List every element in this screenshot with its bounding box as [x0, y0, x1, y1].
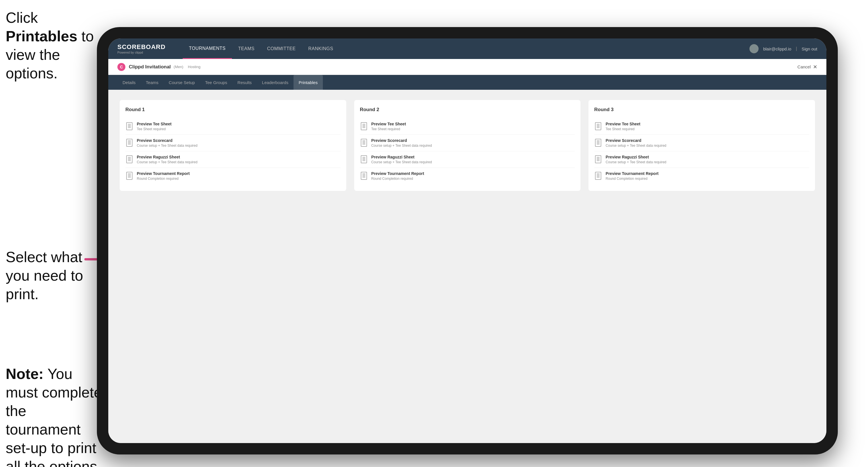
doc-icon	[594, 155, 602, 164]
round-3-raguzzi[interactable]: Preview Raguzzi Sheet Course setup + Tee…	[594, 151, 809, 168]
print-item-text: Preview Tee Sheet Tee Sheet required	[371, 122, 575, 131]
logo-letter: C	[120, 65, 123, 69]
print-item-title: Preview Raguzzi Sheet	[606, 155, 809, 159]
print-item-desc: Course setup + Tee Sheet data required	[371, 160, 575, 164]
doc-icon	[360, 138, 368, 147]
tournament-title: Clippd Invitational	[129, 64, 171, 70]
tab-tee-groups[interactable]: Tee Groups	[200, 75, 232, 90]
annotation-note-bold: Note:	[6, 366, 43, 382]
print-item-title: Preview Scorecard	[137, 138, 341, 143]
print-item-title: Preview Tournament Report	[371, 171, 575, 176]
print-item-desc: Round Completion required	[606, 177, 809, 181]
main-content: Round 1 Preview Tee Sheet Tee Sheet requ…	[108, 90, 827, 443]
tablet-screen: SCOREBOARD Powered by clippd TOURNAMENTS…	[108, 38, 827, 443]
round-3-tee-sheet[interactable]: Preview Tee Sheet Tee Sheet required	[594, 118, 809, 135]
print-item-text: Preview Tournament Report Round Completi…	[606, 171, 809, 181]
cancel-button[interactable]: Cancel	[797, 64, 811, 69]
annotation-bottom: Note: You must complete the tournament s…	[6, 365, 102, 467]
round-2-raguzzi[interactable]: Preview Raguzzi Sheet Course setup + Tee…	[360, 151, 575, 168]
print-item-desc: Course setup + Tee Sheet data required	[137, 160, 341, 164]
print-item-title: Preview Scorecard	[606, 138, 809, 143]
doc-icon	[360, 155, 368, 164]
print-item-text: Preview Tournament Report Round Completi…	[371, 171, 575, 181]
round-1-title: Round 1	[125, 107, 341, 113]
round-2-scorecard[interactable]: Preview Scorecard Course setup + Tee She…	[360, 135, 575, 151]
print-item-title: Preview Tournament Report	[137, 171, 341, 176]
print-item-desc: Course setup + Tee Sheet data required	[137, 144, 341, 148]
round-3-tournament-report[interactable]: Preview Tournament Report Round Completi…	[594, 168, 809, 184]
tab-details[interactable]: Details	[117, 75, 141, 90]
doc-icon	[360, 122, 368, 131]
print-item-desc: Course setup + Tee Sheet data required	[606, 160, 809, 164]
print-item-desc: Round Completion required	[137, 177, 341, 181]
print-item-title: Preview Tee Sheet	[137, 122, 341, 126]
sub-header-right: Cancel ✕	[797, 64, 817, 70]
top-nav-right: blair@clippd.io | Sign out	[749, 44, 817, 53]
round-3-title: Round 3	[594, 107, 809, 113]
round-1-tee-sheet[interactable]: Preview Tee Sheet Tee Sheet required	[125, 118, 341, 135]
round-3-scorecard[interactable]: Preview Scorecard Course setup + Tee She…	[594, 135, 809, 151]
print-item-text: Preview Raguzzi Sheet Course setup + Tee…	[137, 155, 341, 164]
round-2-tournament-report[interactable]: Preview Tournament Report Round Completi…	[360, 168, 575, 184]
print-item-title: Preview Tee Sheet	[606, 122, 809, 126]
print-item-text: Preview Scorecard Course setup + Tee She…	[606, 138, 809, 148]
tab-printables[interactable]: Printables	[293, 75, 323, 90]
print-item-text: Preview Raguzzi Sheet Course setup + Tee…	[606, 155, 809, 164]
nav-rankings[interactable]: RANKINGS	[302, 38, 340, 59]
tab-leaderboards[interactable]: Leaderboards	[257, 75, 293, 90]
user-avatar	[749, 44, 758, 53]
print-item-text: Preview Tournament Report Round Completi…	[137, 171, 341, 181]
annotation-bold: Printables	[6, 28, 77, 44]
print-item-desc: Tee Sheet required	[137, 127, 341, 131]
print-item-title: Preview Tee Sheet	[371, 122, 575, 126]
print-item-desc: Tee Sheet required	[606, 127, 809, 131]
print-item-desc: Course setup + Tee Sheet data required	[371, 144, 575, 148]
print-item-text: Preview Tee Sheet Tee Sheet required	[606, 122, 809, 131]
user-email: blair@clippd.io	[763, 46, 792, 51]
print-item-desc: Tee Sheet required	[371, 127, 575, 131]
rounds-grid: Round 1 Preview Tee Sheet Tee Sheet requ…	[120, 100, 815, 191]
print-item-text: Preview Scorecard Course setup + Tee She…	[137, 138, 341, 148]
sub-header-logo: C	[117, 63, 125, 71]
doc-icon	[125, 138, 133, 147]
round-2-tee-sheet[interactable]: Preview Tee Sheet Tee Sheet required	[360, 118, 575, 135]
doc-icon	[125, 155, 133, 164]
print-item-text: Preview Raguzzi Sheet Course setup + Tee…	[371, 155, 575, 164]
sub-header: C Clippd Invitational (Men) Hosting Canc…	[108, 59, 827, 75]
print-item-title: Preview Tournament Report	[606, 171, 809, 176]
tab-teams[interactable]: Teams	[141, 75, 163, 90]
sign-out-link[interactable]: Sign out	[802, 46, 817, 51]
tab-course-setup[interactable]: Course Setup	[163, 75, 200, 90]
print-item-desc: Course setup + Tee Sheet data required	[606, 144, 809, 148]
doc-icon	[594, 171, 602, 180]
print-item-title: Preview Raguzzi Sheet	[137, 155, 341, 159]
top-nav: SCOREBOARD Powered by clippd TOURNAMENTS…	[108, 38, 827, 59]
doc-icon	[125, 171, 133, 180]
doc-icon	[594, 122, 602, 131]
nav-committee[interactable]: COMMITTEE	[261, 38, 302, 59]
round-2-section: Round 2 Preview Tee Sheet Tee Sheet requ…	[354, 100, 581, 191]
doc-icon	[594, 138, 602, 147]
tablet-device: SCOREBOARD Powered by clippd TOURNAMENTS…	[97, 27, 838, 455]
print-item-title: Preview Scorecard	[371, 138, 575, 143]
nav-teams[interactable]: TEAMS	[232, 38, 261, 59]
print-item-title: Preview Raguzzi Sheet	[371, 155, 575, 159]
doc-icon	[125, 122, 133, 131]
round-1-section: Round 1 Preview Tee Sheet Tee Sheet requ…	[120, 100, 346, 191]
round-1-raguzzi[interactable]: Preview Raguzzi Sheet Course setup + Tee…	[125, 151, 341, 168]
round-1-tournament-report[interactable]: Preview Tournament Report Round Completi…	[125, 168, 341, 184]
print-item-text: Preview Scorecard Course setup + Tee She…	[371, 138, 575, 148]
tournament-status: Hosting	[188, 65, 200, 69]
print-item-desc: Round Completion required	[371, 177, 575, 181]
cancel-x[interactable]: ✕	[813, 64, 817, 70]
tab-results[interactable]: Results	[232, 75, 257, 90]
scoreboard-logo: SCOREBOARD Powered by clippd	[117, 43, 165, 54]
round-3-section: Round 3 Preview Tee Sheet Tee Sheet requ…	[588, 100, 815, 191]
logo-sub: Powered by clippd	[117, 51, 165, 54]
doc-icon	[360, 171, 368, 180]
round-2-title: Round 2	[360, 107, 575, 113]
nav-tournaments[interactable]: TOURNAMENTS	[183, 38, 232, 59]
round-1-scorecard[interactable]: Preview Scorecard Course setup + Tee She…	[125, 135, 341, 151]
tab-bar: Details Teams Course Setup Tee Groups Re…	[108, 75, 827, 90]
tournament-badge: (Men)	[174, 65, 183, 69]
